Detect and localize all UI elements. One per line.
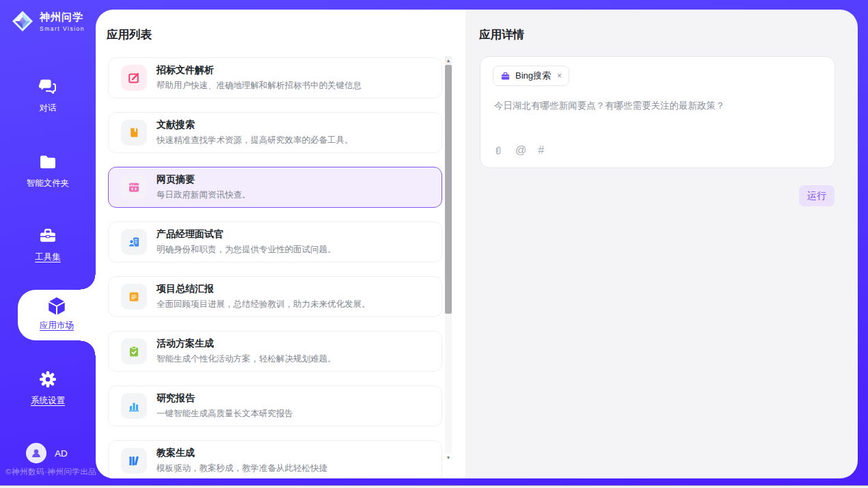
sidebar-item-chat[interactable]: 对话 (0, 77, 96, 114)
scroll-down-icon[interactable]: ▼ (445, 453, 452, 462)
user-initials: AD (55, 448, 68, 459)
sidebar-item-app-market[interactable]: 应用市场 (18, 290, 96, 340)
brand-name: 神州问学 (40, 11, 85, 24)
app-card-web-summary[interactable]: 网页摘要 每日政府新闻资讯快查。 (108, 167, 442, 208)
folder-icon (38, 152, 58, 172)
sidebar-item-toolset[interactable]: 工具集 (0, 226, 96, 263)
screen: 神州问学 Smart Vision 对话 智能文件夹 (0, 0, 868, 488)
app-name: 网页摘要 (157, 174, 251, 186)
app-description: 每日政府新闻资讯快查。 (157, 189, 251, 201)
prompt-input[interactable]: 今日湖北有哪些新闻要点？有哪些需要关注的最新政策？ (494, 99, 818, 113)
app-icon-tile (121, 393, 147, 419)
app-icon-tile (121, 174, 147, 200)
copyright-text: ©神州数码·神州问学出品 (5, 467, 101, 477)
brand-text: 神州问学 Smart Vision (40, 11, 85, 32)
user-account[interactable]: AD (26, 443, 68, 463)
app-icon-tile (121, 120, 147, 146)
attachment-toolbar: @ # (493, 144, 544, 157)
app-card-lesson-plan[interactable]: 教案生成 模板驱动，教案秒成，教学准备从此轻松快捷 (108, 440, 442, 478)
app-shell: 神州问学 Smart Vision 对话 智能文件夹 (0, 0, 868, 485)
pen-square-icon (127, 71, 141, 85)
app-name: 招标文件解析 (157, 64, 362, 77)
app-name: 活动方案生成 (157, 338, 336, 350)
app-icon-tile (121, 338, 147, 364)
paperclip-icon[interactable] (493, 145, 504, 157)
app-description: 一键智能生成高质量长文本研究报告 (157, 408, 293, 420)
sidebar-item-label: 应用市场 (18, 320, 96, 331)
sidebar-item-settings[interactable]: 系统设置 (0, 369, 96, 407)
tool-tag-label: Bing搜索 (515, 70, 551, 82)
books-icon (127, 454, 141, 467)
avatar (26, 443, 46, 463)
app-name: 教案生成 (157, 447, 327, 459)
chat-icon (38, 77, 58, 97)
app-description: 智能生成个性化活动方案，轻松解决规划难题。 (157, 353, 336, 365)
app-name: 文献搜索 (157, 119, 353, 131)
sidebar-item-label: 对话 (0, 103, 96, 114)
app-name: 产品经理面试官 (157, 228, 336, 241)
sidebar-item-label: 智能文件夹 (0, 178, 96, 189)
app-card-bid-parse[interactable]: 招标文件解析 帮助用户快速、准确地理解和解析招标书中的关键信息 (108, 57, 442, 98)
app-description: 全面回顾项目进展，总结经验教训，助力未来优化发展。 (157, 299, 370, 310)
close-icon[interactable]: × (557, 71, 562, 81)
app-card-research-report[interactable]: 研究报告 一键智能生成高质量长文本研究报告 (108, 385, 442, 426)
clipboard-check-icon (127, 344, 141, 358)
hash-icon[interactable]: # (538, 144, 544, 157)
chart-icon (127, 399, 141, 413)
webpage-icon (127, 180, 141, 194)
app-description: 快速精准查找学术资源，提高研究效率的必备工具。 (157, 135, 353, 146)
scrollbar-thumb[interactable] (445, 65, 452, 314)
app-list-panel: 应用列表 招标文件解析 帮助用户快速、准确地理解和解析招标书中的关键信息 (96, 10, 465, 478)
app-detail-panel: 应用详情 Bing搜索 × 今日湖北有哪些新闻要点？有哪些需要关注的最新政策？ (465, 10, 858, 478)
sidebar-item-label: 系统设置 (0, 395, 96, 407)
run-button[interactable]: 运行 (799, 185, 835, 206)
app-description: 帮助用户快速、准确地理解和解析招标书中的关键信息 (157, 80, 362, 92)
app-card-pm-interviewer[interactable]: 产品经理面试官 明确身份和职责，为您提供专业性的面试问题。 (108, 221, 442, 262)
book-icon (127, 126, 141, 139)
brand-subtitle: Smart Vision (40, 25, 85, 32)
tool-tag-bing-search[interactable]: Bing搜索 × (493, 66, 569, 86)
person-icon (30, 447, 42, 459)
note-icon (127, 290, 141, 303)
interviewer-icon (127, 235, 141, 249)
scrollbar[interactable]: ▲ ▼ (445, 56, 452, 462)
main-content: 应用列表 招标文件解析 帮助用户快速、准确地理解和解析招标书中的关键信息 (96, 10, 858, 478)
app-card-event-plan[interactable]: 活动方案生成 智能生成个性化活动方案，轻松解决规划难题。 (108, 331, 442, 372)
sidebar: 神州问学 Smart Vision 对话 智能文件夹 (0, 0, 96, 485)
bottom-edge (0, 485, 868, 488)
app-icon-tile (121, 229, 147, 255)
scroll-up-icon[interactable]: ▲ (445, 56, 452, 65)
toolbox-icon (38, 226, 58, 246)
diamond-logo-icon (11, 10, 34, 33)
app-card-list: 招标文件解析 帮助用户快速、准确地理解和解析招标书中的关键信息 文 (108, 57, 442, 478)
app-icon-tile (121, 284, 147, 310)
brand-logo: 神州问学 Smart Vision (11, 10, 85, 33)
gear-icon (38, 369, 58, 390)
mention-icon[interactable]: @ (515, 144, 526, 157)
app-list-title: 应用列表 (107, 27, 152, 42)
app-card-project-summary[interactable]: 项目总结汇报 全面回顾项目进展，总结经验教训，助力未来优化发展。 (108, 276, 442, 317)
app-description: 明确身份和职责，为您提供专业性的面试问题。 (157, 244, 336, 256)
app-icon-tile (121, 448, 147, 474)
app-detail-title: 应用详情 (479, 27, 524, 42)
app-card-literature-search[interactable]: 文献搜索 快速精准查找学术资源，提高研究效率的必备工具。 (108, 112, 442, 153)
briefcase-icon (500, 71, 511, 81)
cube-icon (46, 295, 68, 317)
app-icon-tile (121, 65, 147, 91)
app-name: 项目总结汇报 (157, 283, 370, 295)
sidebar-item-smart-folder[interactable]: 智能文件夹 (0, 152, 96, 189)
prompt-card: Bing搜索 × 今日湖北有哪些新闻要点？有哪些需要关注的最新政策？ @ # (480, 56, 835, 168)
sidebar-item-label: 工具集 (0, 252, 96, 263)
app-description: 模板驱动，教案秒成，教学准备从此轻松快捷 (157, 463, 327, 474)
app-name: 研究报告 (157, 392, 293, 405)
